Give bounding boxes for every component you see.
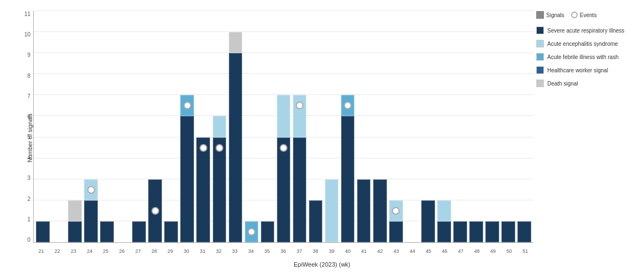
bar-group-28 [147,11,163,242]
bar-group-25 [99,11,115,242]
x-label-35: 35 [264,248,270,254]
bar-stack-38 [309,200,323,242]
bar-group-35 [259,11,275,242]
bar-group-30 [179,11,195,242]
bar-group-40 [340,11,356,242]
bar-stack-46 [437,200,451,242]
bar-group-29 [163,11,179,242]
bar-stack-39 [325,179,339,242]
legend-label: Death signal [547,81,578,87]
bar-segment [213,137,227,242]
x-label-51: 51 [522,248,528,254]
bar-group-42 [372,11,388,242]
x-axis-title: EpiWeek (2023) (wk) [294,261,350,268]
y-label-11: 11 [17,11,30,17]
y-label-6: 6 [17,114,30,120]
x-label-41: 41 [361,248,366,254]
bar-stack-27 [132,221,146,242]
bar-segment [437,221,451,242]
bar-segment [277,137,291,242]
bar-segment [309,200,323,242]
bar-segment [100,221,114,242]
legend-item: Acute encephalitis syndrome [536,40,638,47]
bar-stack-37 [293,95,307,242]
bar-segment [277,95,291,137]
bar-segment [421,200,435,242]
bar-segment [293,137,307,242]
x-label-33: 33 [232,248,238,254]
legend-color [536,66,544,74]
bar-stack-48 [469,221,483,242]
y-label-1: 1 [17,216,30,222]
x-label-43: 43 [394,248,399,254]
legend-item: Death signal [536,79,638,87]
bar-segment [84,200,98,242]
bar-stack-40 [341,95,355,242]
x-label-24: 24 [87,248,92,254]
bar-segment [357,179,371,242]
y-axis-labels: 01234567891011 [17,11,30,243]
event-dot-30 [184,102,191,109]
bar-stack-35 [261,221,275,242]
bar-stack-36 [277,95,291,242]
bars-wrapper [34,11,533,242]
x-label-37: 37 [297,248,302,254]
event-dot-34 [248,228,255,236]
bar-stack-50 [501,221,515,242]
x-label-30: 30 [184,248,189,254]
x-axis-labels: 2122232425262728293031323334353637383940… [33,248,533,254]
event-dot-37 [296,102,303,109]
x-label-42: 42 [378,248,383,254]
x-label-39: 39 [329,248,334,254]
bar-stack-29 [164,221,178,242]
x-label-23: 23 [71,248,76,254]
bar-group-31 [195,11,211,242]
legend-label: Acute febrile illness with rash [547,54,619,60]
event-dot-36 [280,144,287,152]
bar-segment [325,179,339,242]
bar-group-24 [83,11,99,242]
x-label-49: 49 [490,248,496,254]
bar-segment [132,221,146,242]
bar-group-44 [404,11,420,242]
legend-label: Severe acute respiratory illness [547,28,625,34]
legend-item: Acute febrile illness with rash [536,53,638,61]
event-dot-28 [151,207,159,215]
y-label-9: 9 [17,52,30,58]
bar-segment [68,200,82,221]
bar-segment [501,221,515,242]
signals-icon [536,11,544,19]
bar-group-38 [308,11,324,242]
event-dot-32 [216,144,223,152]
bar-stack-51 [517,221,531,242]
x-label-32: 32 [216,248,222,254]
legend-color [536,40,544,47]
y-label-4: 4 [17,155,30,161]
bar-segment [164,221,178,242]
x-label-26: 26 [119,248,125,254]
bar-group-43 [388,11,404,242]
bar-stack-33 [229,32,243,242]
bar-group-49 [484,11,500,242]
bar-group-36 [275,11,291,242]
bar-segment [213,116,227,137]
y-label-0: 0 [17,237,30,243]
x-label-38: 38 [313,248,318,254]
events-icon [571,12,578,18]
event-dot-31 [200,144,207,152]
bar-group-51 [516,11,532,242]
bar-stack-25 [100,221,114,242]
bar-stack-32 [213,116,227,242]
bar-stack-30 [180,95,194,242]
bar-group-33 [227,11,243,242]
x-label-50: 50 [506,248,512,254]
bar-segment [389,221,403,242]
bar-group-21 [35,11,51,242]
event-dot-40 [344,102,352,109]
bar-group-37 [292,11,308,242]
bar-segment [68,221,82,242]
event-dot-24 [87,186,95,194]
signals-label: Signals [546,12,564,18]
y-label-7: 7 [17,93,30,99]
y-label-8: 8 [17,73,30,79]
